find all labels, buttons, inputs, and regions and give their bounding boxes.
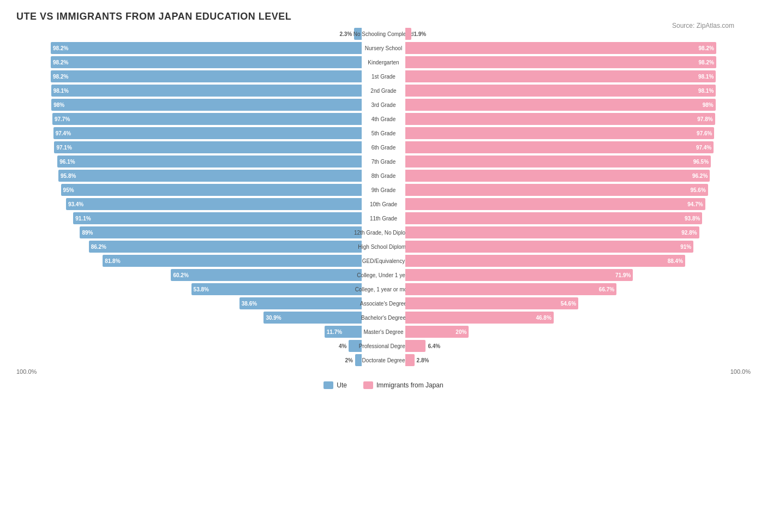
japan-bar <box>405 340 426 352</box>
left-bar-wrap: 98% <box>16 99 362 111</box>
right-bar-wrap: 97.6% <box>405 127 751 139</box>
row-label: Associate's Degree <box>362 301 406 307</box>
row-label: 10th Grade <box>362 201 406 207</box>
left-bar-wrap: 38.6% <box>16 297 362 309</box>
table-row: 53.8% College, 1 year or more 66.7% <box>16 283 751 295</box>
ute-value: 98.2% <box>53 59 68 65</box>
japan-bar: 88.4% <box>405 255 685 267</box>
ute-bar: 98.2% <box>51 56 362 68</box>
left-bar-wrap: 53.8% <box>16 283 362 295</box>
row-label: Master's Degree <box>362 329 406 335</box>
row-label: 1st Grade <box>362 74 406 80</box>
legend-japan-label: Immigrants from Japan <box>376 381 444 389</box>
japan-value: 54.6% <box>561 301 576 307</box>
ute-bar: 98% <box>51 99 361 111</box>
japan-bar: 91% <box>405 241 693 253</box>
ute-value: 98.1% <box>53 88 69 94</box>
japan-value: 98% <box>703 102 714 108</box>
row-label: No Schooling Completed <box>362 31 406 37</box>
right-bar-wrap: 96.2% <box>405 170 751 182</box>
ute-value: 96.1% <box>59 159 75 165</box>
japan-value: 91% <box>680 244 691 250</box>
japan-bar: 97.4% <box>405 141 714 153</box>
left-bar-wrap: 60.2% <box>16 269 362 281</box>
ute-value: 98.2% <box>53 45 68 51</box>
japan-value: 92.8% <box>681 230 697 236</box>
ute-bar: 95.8% <box>58 170 362 182</box>
right-bar-wrap: 98% <box>405 99 751 111</box>
japan-value: 98.2% <box>699 45 714 51</box>
right-bar-wrap: 20% <box>405 326 751 338</box>
left-bar-wrap: 86.2% <box>16 241 362 253</box>
right-bar-wrap: 91% <box>405 241 751 253</box>
row-label: Doctorate Degree <box>362 357 406 363</box>
japan-value: 88.4% <box>668 258 683 264</box>
ute-value: 97.4% <box>56 130 71 136</box>
japan-bar: 54.6% <box>405 297 578 309</box>
ute-bar: 97.4% <box>53 127 362 139</box>
right-bar-wrap: 94.7% <box>405 198 751 210</box>
axis-labels: 100.0% 100.0% <box>16 368 751 375</box>
table-row: 30.9% Bachelor's Degree 46.8% <box>16 312 751 324</box>
row-label: College, 1 year or more <box>362 286 406 292</box>
japan-bar: 98.2% <box>405 56 716 68</box>
japan-bar: 98% <box>405 99 715 111</box>
japan-value: 71.9% <box>615 272 631 278</box>
japan-bar: 20% <box>405 326 469 338</box>
japan-value: 97.4% <box>696 145 711 151</box>
row-label: 4th Grade <box>362 116 406 122</box>
japan-value: 96.2% <box>692 173 708 179</box>
ute-bar: 93.4% <box>66 198 362 210</box>
ute-value: 4% <box>339 343 346 349</box>
left-bar-wrap: 96.1% <box>16 156 362 168</box>
ute-value: 97.1% <box>56 145 71 151</box>
ute-bar: 38.6% <box>239 297 362 309</box>
ute-value: 38.6% <box>242 301 257 307</box>
table-row: 95% 9th Grade 95.6% <box>16 184 751 196</box>
ute-value: 95% <box>63 187 74 193</box>
japan-bar <box>405 354 414 366</box>
ute-bar: 97.1% <box>54 141 361 153</box>
left-bar-wrap: 30.9% <box>16 312 362 324</box>
ute-value: 86.2% <box>91 244 106 250</box>
row-label: 6th Grade <box>362 145 406 151</box>
row-label: 2nd Grade <box>362 88 406 94</box>
table-row: 93.4% 10th Grade 94.7% <box>16 198 751 210</box>
ute-bar: 86.2% <box>89 241 362 253</box>
right-bar-wrap: 6.4% <box>405 340 751 352</box>
ute-value: 53.8% <box>194 286 209 292</box>
left-bar-wrap: 97.1% <box>16 141 362 153</box>
japan-bar: 93.8% <box>405 212 702 224</box>
ute-value: 97.7% <box>55 116 70 122</box>
japan-bar: 95.6% <box>405 184 708 196</box>
japan-bar: 46.8% <box>405 312 553 324</box>
japan-value: 6.4% <box>428 343 440 349</box>
table-row: 38.6% Associate's Degree 54.6% <box>16 297 751 309</box>
japan-value: 1.9% <box>414 31 426 37</box>
ute-value: 98.2% <box>53 74 68 80</box>
left-bar-wrap: 95% <box>16 184 362 196</box>
japan-bar: 71.9% <box>405 269 633 281</box>
right-bar-wrap: 88.4% <box>405 255 751 267</box>
table-row: 98.2% Nursery School 98.2% <box>16 42 751 54</box>
chart-container: 2.3% No Schooling Completed 1.9% 98.2% N… <box>16 28 751 375</box>
japan-bar: 66.7% <box>405 283 616 295</box>
table-row: 4% Professional Degree 6.4% <box>16 340 751 352</box>
japan-value: 97.6% <box>697 130 712 136</box>
left-bar-wrap: 2% <box>16 354 362 366</box>
right-bar-wrap: 2.8% <box>405 354 751 366</box>
table-row: 98.2% 1st Grade 98.1% <box>16 70 751 82</box>
row-label: Nursery School <box>362 45 406 51</box>
left-bar-wrap: 89% <box>16 226 362 238</box>
row-label: High School Diploma <box>362 244 406 250</box>
ute-bar <box>355 354 362 366</box>
row-label: 8th Grade <box>362 173 406 179</box>
right-bar-wrap: 98.2% <box>405 56 751 68</box>
table-row: 2% Doctorate Degree 2.8% <box>16 354 751 366</box>
right-bar-wrap: 1.9% <box>405 28 751 40</box>
ute-bar: 11.7% <box>325 326 362 338</box>
japan-bar: 98.2% <box>405 42 716 54</box>
table-row: 89% 12th Grade, No Diploma 92.8% <box>16 226 751 238</box>
ute-value: 95.8% <box>61 173 76 179</box>
ute-bar: 60.2% <box>171 269 361 281</box>
